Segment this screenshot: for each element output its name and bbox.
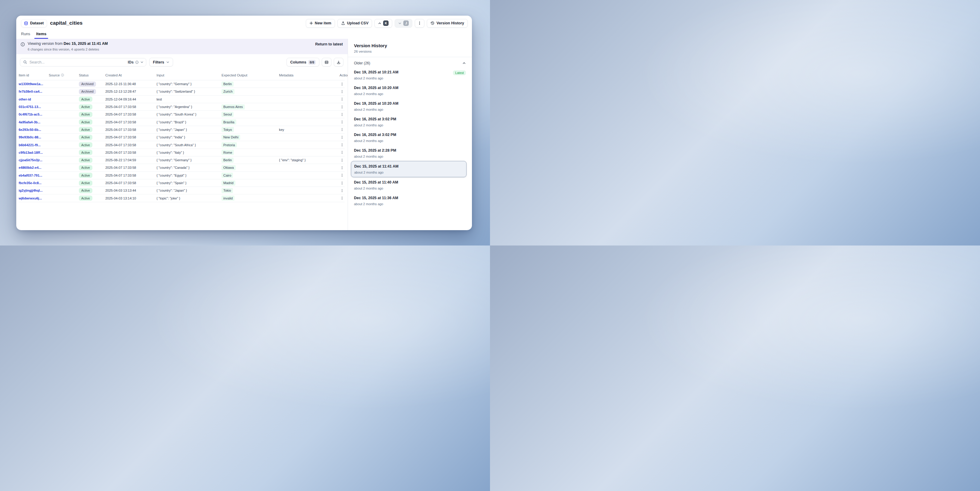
row-height-button[interactable] — [322, 58, 331, 67]
row-actions-button[interactable] — [339, 158, 345, 162]
version-relative-time: about 2 months ago — [354, 76, 398, 80]
expected-output-chip: Pretoria — [221, 142, 237, 148]
table-row[interactable]: eb4af037-791... Active 2025-04-07 17:33:… — [19, 172, 345, 179]
item-id-link[interactable]: 0c4f671b-ac5... — [19, 113, 47, 116]
window-header: Dataset capital_cities New item Upload C… — [16, 16, 472, 29]
row-actions-button[interactable] — [339, 120, 345, 124]
item-id-link[interactable]: fbcfe35e-0c8... — [19, 181, 47, 185]
row-actions-button[interactable] — [339, 105, 345, 109]
item-id-link[interactable]: eb4af037-791... — [19, 173, 47, 177]
version-list-item[interactable]: Dec 19, 2025 at 10:21 AM about 2 months … — [354, 67, 466, 83]
table-row[interactable]: other-id Active 2025-12-04 09:16:44 test — [19, 96, 345, 103]
version-list-item[interactable]: Dec 16, 2025 at 3:02 PM about 2 months a… — [354, 114, 466, 130]
status-badge: Active — [79, 104, 92, 110]
table-row[interactable]: 0c4f671b-ac5... Active 2025-04-07 17:33:… — [19, 111, 345, 118]
input-cell: { "country": "Brazil" } — [156, 120, 220, 124]
version-list-item[interactable]: Dec 15, 2025 at 2:28 PM about 2 months a… — [354, 145, 466, 161]
version-list-item[interactable]: Dec 15, 2025 at 11:41 AM about 2 months … — [351, 161, 466, 177]
version-history-button[interactable]: Version History — [427, 19, 468, 28]
item-id-link[interactable]: 031c4751-13... — [19, 105, 47, 109]
table-row[interactable]: 031c4751-13... Active 2025-04-07 17:33:5… — [19, 103, 345, 111]
more-options-button[interactable] — [415, 19, 425, 28]
table-row[interactable]: w1330t9ww1a... Archived 2025-12-15 11:36… — [19, 80, 345, 88]
columns-button[interactable]: Columns 8/8 — [286, 58, 319, 67]
version-list-item[interactable]: Dec 16, 2025 at 3:02 PM about 2 months a… — [354, 130, 466, 145]
item-id-link[interactable]: c9fb13ad-18ff... — [19, 151, 47, 154]
item-id-link[interactable]: 6e293c50-6b... — [19, 128, 47, 132]
version-list-item[interactable]: Dec 15, 2025 at 11:40 AM about 2 months … — [354, 177, 466, 193]
table-header-row: Item id Source Status Created At Input E… — [19, 70, 345, 80]
return-to-latest-link[interactable]: Return to latest — [315, 42, 343, 46]
expected-output-chip: Madrid — [221, 181, 235, 186]
row-actions-button[interactable] — [339, 151, 345, 154]
item-id-link[interactable]: b6b64221-f9... — [19, 143, 47, 147]
created-at-cell: 2025-04-07 17:33:58 — [105, 135, 155, 139]
download-button[interactable] — [334, 58, 344, 67]
row-actions-button[interactable] — [339, 97, 345, 101]
item-id-link[interactable]: w1330t9ww1a... — [19, 82, 47, 86]
column-header-expected-output[interactable]: Expected Output — [221, 73, 277, 77]
table-row[interactable]: b6b64221-f9... Active 2025-04-07 17:33:5… — [19, 141, 345, 149]
version-j-badge: J — [403, 21, 409, 26]
expected-output-cell: Berlin — [221, 81, 277, 87]
item-id-link[interactable]: 4a95afa4-3b... — [19, 120, 47, 124]
table-row[interactable]: fbcfe35e-0c8... Active 2025-04-07 17:33:… — [19, 179, 345, 187]
column-header-status[interactable]: Status — [79, 73, 103, 77]
table-row[interactable]: c9fb13ad-18ff... Active 2025-04-07 17:33… — [19, 149, 345, 156]
row-actions-button[interactable] — [339, 143, 345, 147]
item-id-link[interactable]: wj6dwrwxu6j... — [19, 197, 47, 200]
row-actions-button[interactable] — [339, 127, 345, 132]
search-input[interactable] — [30, 60, 126, 64]
version-list-item[interactable]: Dec 19, 2025 at 10:20 AM about 2 months … — [354, 83, 466, 99]
new-item-button[interactable]: New item — [306, 19, 335, 28]
column-header-created-at[interactable]: Created At — [105, 73, 155, 77]
expected-output-chip: invalid — [221, 195, 234, 201]
table-row[interactable]: wj6dwrwxu6j... Active 2025-04-03 13:14:1… — [19, 194, 345, 202]
expected-output-cell: Madrid — [221, 181, 277, 186]
table-row[interactable]: ig2yjingjj4hql... Active 2025-04-03 13:1… — [19, 187, 345, 194]
table-row[interactable]: 6e293c50-6b... Active 2025-04-07 17:33:5… — [19, 126, 345, 133]
items-table: Item id Source Status Created At Input E… — [16, 70, 348, 230]
table-row[interactable]: cjjoa5it75n3jr... Active 2025-08-22 17:0… — [19, 156, 345, 164]
item-id-link[interactable]: ig2yjingjj4hql... — [19, 189, 47, 192]
column-header-metadata[interactable]: Metadata — [279, 73, 338, 77]
row-actions-button[interactable] — [339, 196, 345, 200]
item-id-link[interactable]: fe7b38e0-ca4... — [19, 90, 47, 93]
item-id-link[interactable]: e4860bb2-e4... — [19, 166, 47, 169]
tab-runs[interactable]: Runs — [21, 29, 30, 39]
table-row[interactable]: fe7b38e0-ca4... Archived 2025-12-13 12:2… — [19, 88, 345, 95]
column-header-input[interactable]: Input — [156, 73, 220, 77]
row-actions-button[interactable] — [339, 181, 345, 185]
upload-csv-button[interactable]: Upload CSV — [337, 19, 372, 28]
version-relative-time: about 2 months ago — [354, 155, 396, 158]
row-actions-button[interactable] — [339, 189, 345, 192]
row-actions-button[interactable] — [339, 82, 345, 86]
row-actions-button[interactable] — [339, 166, 345, 170]
version-list-item[interactable]: Dec 15, 2025 at 11:36 AM about 2 months … — [354, 193, 466, 208]
table-row[interactable]: 4a95afa4-3b... Active 2025-04-07 17:33:5… — [19, 118, 345, 126]
kebab-menu-icon — [340, 166, 344, 170]
tab-items[interactable]: Items — [36, 29, 46, 39]
item-id-link[interactable]: cjjoa5it75n3jr... — [19, 158, 47, 162]
version-down-button[interactable]: J — [395, 19, 412, 28]
item-id-link[interactable]: other-id — [19, 97, 47, 101]
search-field-select[interactable]: IDs — [128, 60, 143, 64]
column-header-item-id[interactable]: Item id — [19, 73, 47, 77]
row-actions-button[interactable] — [339, 90, 345, 94]
item-id-link[interactable]: 99e93b0c-88... — [19, 135, 47, 139]
column-header-source[interactable]: Source — [49, 73, 77, 77]
row-actions-button[interactable] — [339, 173, 345, 177]
version-up-button[interactable]: K — [374, 19, 392, 28]
expected-output-cell: Zurich — [221, 89, 277, 94]
version-list-item[interactable]: Dec 19, 2025 at 10:20 AM about 2 months … — [354, 99, 466, 114]
filters-button[interactable]: Filters — [149, 58, 173, 67]
older-group-header[interactable]: Older (26) — [354, 61, 466, 65]
input-cell: { "country": "Japan" } — [156, 189, 220, 192]
status-badge: Active — [79, 165, 92, 170]
table-row[interactable]: 99e93b0c-88... Active 2025-04-07 17:33:5… — [19, 133, 345, 141]
table-row[interactable]: e4860bb2-e4... Active 2025-04-07 17:33:5… — [19, 164, 345, 172]
search-box: IDs — [20, 58, 146, 67]
row-actions-button[interactable] — [339, 135, 345, 139]
row-actions-button[interactable] — [339, 113, 345, 116]
header-left: Dataset capital_cities — [21, 19, 83, 27]
